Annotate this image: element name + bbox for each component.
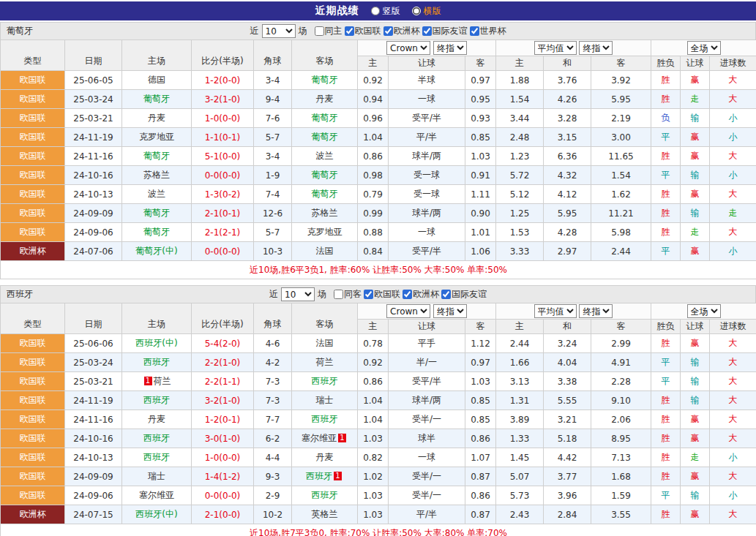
handicap-cell: 半球 <box>389 71 465 90</box>
col-win: 主 <box>496 320 544 334</box>
team-label: 法国 <box>316 246 334 256</box>
date-cell: 24-09-09 <box>65 204 122 223</box>
lose-odds-cell: 3.00 <box>591 128 651 147</box>
away-team-cell: 丹麦 <box>292 448 358 467</box>
red-card-badge: 1 <box>144 377 152 385</box>
checkbox-欧国联[interactable] <box>345 26 354 36</box>
goals-cell: 小 <box>710 166 756 185</box>
col-draw: 和 <box>544 56 591 71</box>
win-odds-cell: 1.23 <box>496 147 544 166</box>
average-select[interactable]: 平均值 <box>534 304 577 318</box>
match-row: 欧国联24-09-06葡萄牙2-1(2-1)5-7克罗地亚0.88一球1.011… <box>1 223 756 242</box>
draw-odds-cell: 3.21 <box>544 410 591 429</box>
goals-cell: 小 <box>710 486 756 505</box>
score-cell: 2-1(2-1) <box>192 223 254 242</box>
vertical-layout-radio[interactable] <box>371 7 380 15</box>
away-handicap-odds-cell: 0.85 <box>465 391 496 410</box>
competition-cell: 欧国联 <box>1 410 65 429</box>
filter-checkbox-同客[interactable]: 同客 <box>334 288 362 301</box>
checkbox-欧洲杯[interactable] <box>403 290 412 299</box>
checkbox-欧国联[interactable] <box>364 290 373 299</box>
competition-cell: 欧国联 <box>1 128 65 147</box>
scope-select[interactable]: 全场 <box>687 41 721 55</box>
team-label: 西班牙(中) <box>135 338 177 348</box>
filter-checkbox-同主[interactable]: 同主 <box>315 25 343 37</box>
competition-cell: 欧国联 <box>1 372 65 391</box>
lose-odds-cell: 1.62 <box>591 185 651 204</box>
away-team-cell: 英格兰 <box>292 505 358 524</box>
corner-cell: 7-3 <box>254 372 292 391</box>
away-handicap-odds-cell: 0.86 <box>465 429 496 448</box>
handicap-odds-header: Crown 终指 <box>358 40 496 56</box>
average-type-select[interactable]: 终指 <box>579 41 613 55</box>
away-team-cell: 波兰 <box>292 147 358 166</box>
corner-cell: 3-4 <box>254 147 292 166</box>
handicap-result-cell: 赢 <box>681 410 710 429</box>
corner-cell: 9-3 <box>254 467 292 486</box>
horizontal-layout-option[interactable]: 横版 <box>412 5 441 18</box>
filter-checkbox-欧洲杯[interactable]: 欧洲杯 <box>383 25 420 37</box>
goals-cell: 大 <box>710 467 756 486</box>
europe-odds-header: 平均值 终指 <box>496 40 651 56</box>
win-odds-cell: 1.66 <box>496 353 544 372</box>
filter-checkbox-世界杯[interactable]: 世界杯 <box>470 25 506 37</box>
checkbox-世界杯[interactable] <box>470 26 479 36</box>
home-handicap-odds-cell: 1.04 <box>358 128 389 147</box>
draw-odds-cell: 3.15 <box>544 128 591 147</box>
col-away: 客场 <box>292 40 358 71</box>
away-team-cell: 瑞士 <box>292 391 358 410</box>
result-cell: 胜 <box>651 410 681 429</box>
away-team-cell: 葡萄牙 <box>292 166 358 185</box>
handicap-result-cell: 走 <box>681 448 710 467</box>
checkbox-国际友谊[interactable] <box>422 26 432 36</box>
home-team-cell: 葡萄牙 <box>122 147 192 166</box>
result-cell: 平 <box>651 242 681 261</box>
checkbox-label: 欧国联 <box>355 25 381 37</box>
handicap-result-cell: 走 <box>681 223 710 242</box>
match-row: 欧洲杯24-07-15西班牙(中)2-1(0-0)10-2英格兰1.03平/半0… <box>1 505 756 524</box>
date-cell: 24-11-16 <box>65 410 122 429</box>
match-row: 欧国联25-03-24西班牙2-2(1-0)4-2荷兰0.92半/一0.971.… <box>1 353 756 372</box>
date-cell: 24-10-13 <box>65 185 122 204</box>
away-team-cell: 克罗地亚 <box>292 223 358 242</box>
checkbox-国际友谊[interactable] <box>441 290 451 299</box>
vertical-layout-option[interactable]: 竖版 <box>371 5 400 18</box>
col-win: 主 <box>496 56 544 71</box>
team-label: 克罗地亚 <box>139 132 174 142</box>
checkbox-同主[interactable] <box>315 26 324 36</box>
match-count-select[interactable]: 10 <box>262 24 296 38</box>
filter-checkbox-欧国联[interactable]: 欧国联 <box>364 288 400 301</box>
odds-type-select[interactable]: 终指 <box>433 304 467 318</box>
filter-checkbox-国际友谊[interactable]: 国际友谊 <box>422 25 468 37</box>
checkbox-label: 欧洲杯 <box>394 25 420 37</box>
home-team-cell: 西班牙(中) <box>122 334 192 353</box>
horizontal-layout-radio[interactable] <box>412 7 421 15</box>
handicap-result-cell: 输 <box>681 391 710 410</box>
lose-odds-cell: 4.91 <box>591 353 651 372</box>
col-lose: 客 <box>591 320 651 334</box>
win-odds-cell: 1.45 <box>496 448 544 467</box>
odds-type-select[interactable]: 终指 <box>433 41 467 55</box>
score-cell: 5-4(2-0) <box>192 334 254 353</box>
filter-checkboxes: 同主欧国联欧洲杯国际友谊世界杯 <box>315 25 506 37</box>
handicap-result-cell: 赢 <box>681 185 710 204</box>
result-cell: 胜 <box>651 90 681 109</box>
away-handicap-odds-cell: 0.97 <box>465 353 496 372</box>
odds-company-select[interactable]: Crown <box>386 304 430 318</box>
away-team-cell: 西班牙 <box>292 372 358 391</box>
match-count-select[interactable]: 10 <box>281 287 315 301</box>
corner-cell: 4-4 <box>254 448 292 467</box>
scope-select[interactable]: 全场 <box>687 304 721 318</box>
average-type-select[interactable]: 终指 <box>579 304 613 318</box>
home-handicap-odds-cell: 0.79 <box>358 185 389 204</box>
checkbox-欧洲杯[interactable] <box>383 26 393 36</box>
filter-checkbox-欧洲杯[interactable]: 欧洲杯 <box>403 288 439 301</box>
odds-company-select[interactable]: Crown <box>386 41 430 55</box>
date-cell: 24-11-19 <box>65 391 122 410</box>
checkbox-同客[interactable] <box>334 290 343 299</box>
team-name: 西班牙 <box>7 288 33 301</box>
filter-checkbox-欧国联[interactable]: 欧国联 <box>345 25 381 37</box>
average-select[interactable]: 平均值 <box>534 41 577 55</box>
home-team-cell: 西班牙 <box>122 353 192 372</box>
filter-checkbox-国际友谊[interactable]: 国际友谊 <box>441 288 487 301</box>
